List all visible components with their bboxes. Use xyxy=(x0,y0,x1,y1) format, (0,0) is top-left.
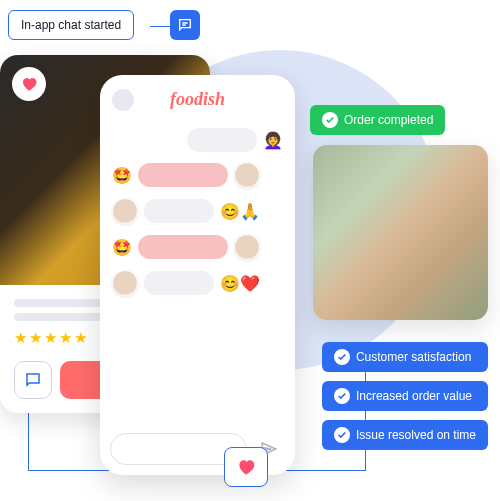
user-avatar xyxy=(112,270,138,296)
metrics-list: Customer satisfaction Increased order va… xyxy=(322,342,488,450)
user-avatar xyxy=(112,198,138,224)
user-avatar xyxy=(234,234,260,260)
heart-icon xyxy=(20,75,38,93)
message-row: 🤩 xyxy=(112,234,283,260)
chat-started-label: In-app chat started xyxy=(21,18,121,32)
heart-icon xyxy=(236,457,256,477)
chat-header: foodish xyxy=(110,89,285,110)
metric-label: Increased order value xyxy=(356,389,472,403)
chat-bubble-icon xyxy=(24,371,42,389)
message-row: 🤩 xyxy=(112,162,283,188)
reaction-emoji: 😊🙏 xyxy=(220,202,260,221)
reaction-emoji: 👩‍🦱 xyxy=(263,131,283,150)
connector-line xyxy=(150,26,170,27)
customer-photo xyxy=(313,145,488,320)
chat-body: 👩‍🦱 🤩 😊🙏 🤩 😊❤️ xyxy=(110,124,285,425)
app-title: foodish xyxy=(170,89,225,110)
message-row: 👩‍🦱 xyxy=(112,128,283,152)
chat-bubble-icon xyxy=(177,17,193,33)
order-completed-label: Order completed xyxy=(344,113,433,127)
metric-badge: Customer satisfaction xyxy=(322,342,488,372)
chat-icon-badge xyxy=(170,10,200,40)
chat-started-badge: In-app chat started xyxy=(8,10,134,40)
check-icon xyxy=(322,112,338,128)
reaction-emoji: 🤩 xyxy=(112,166,132,185)
message-bubble xyxy=(144,271,214,295)
message-row: 😊🙏 xyxy=(112,198,283,224)
metric-label: Issue resolved on time xyxy=(356,428,476,442)
message-bubble xyxy=(187,128,257,152)
reaction-emoji: 🤩 xyxy=(112,238,132,257)
check-icon xyxy=(334,349,350,365)
check-icon xyxy=(334,388,350,404)
message-bubble xyxy=(144,199,214,223)
metric-label: Customer satisfaction xyxy=(356,350,471,364)
order-completed-badge: Order completed xyxy=(310,105,445,135)
message-row: 😊❤️ xyxy=(112,270,283,296)
message-bubble xyxy=(138,235,228,259)
chat-button[interactable] xyxy=(14,361,52,399)
metric-badge: Increased order value xyxy=(322,381,488,411)
check-icon xyxy=(334,427,350,443)
favorite-button[interactable] xyxy=(12,67,46,101)
metric-badge: Issue resolved on time xyxy=(322,420,488,450)
user-avatar xyxy=(234,162,260,188)
message-bubble xyxy=(138,163,228,187)
heart-badge xyxy=(224,447,268,487)
chat-app-window: foodish 👩‍🦱 🤩 😊🙏 🤩 😊❤️ xyxy=(100,75,295,475)
reaction-emoji: 😊❤️ xyxy=(220,274,260,293)
header-avatar xyxy=(112,89,134,111)
